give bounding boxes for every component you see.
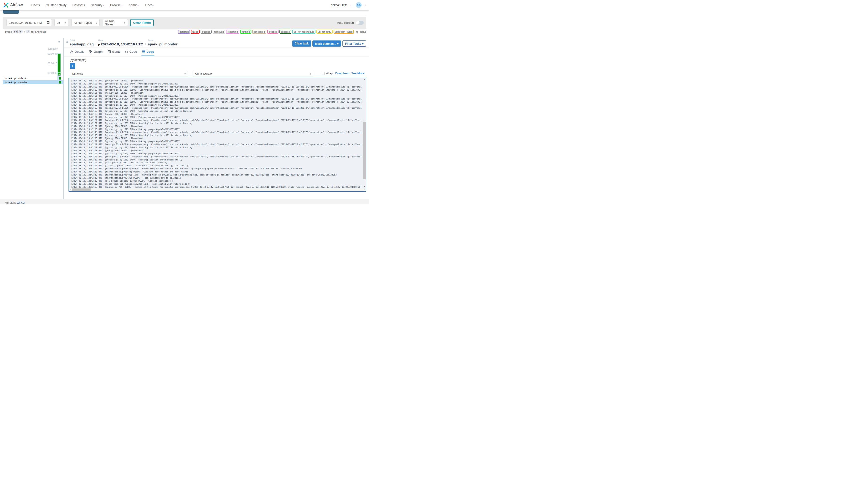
breadcrumb-task: Task spark_pi_monitor [148, 39, 178, 46]
state-badge: queued [200, 30, 212, 34]
version-link[interactable]: v2.7.2 [17, 201, 25, 204]
task-row-spark-pi-submit[interactable]: spark_pi_submit [3, 76, 63, 80]
state-badge: success [279, 30, 291, 34]
wrap-label: Wrap [326, 72, 333, 75]
horizontal-scrollbar[interactable]: ◄ ► [69, 188, 366, 191]
utc-clock[interactable]: 13:52 UTC [331, 3, 347, 7]
caret-down-icon: ▾ [103, 4, 104, 7]
state-badge: scheduled [252, 30, 266, 34]
tab-strip: Details Graph Gantt Code Logs [64, 48, 369, 57]
navbar: Airflow DAGsCluster ActivityDatasetsSecu… [0, 0, 369, 10]
run-states-value: All Run States [105, 20, 122, 26]
run-types-value: All Run Types [74, 21, 92, 25]
duration-tick: 00:00:00 [48, 71, 57, 74]
sidebar-separator [3, 76, 63, 76]
chevron-down-icon: ∨ [96, 22, 97, 24]
tab-gantt[interactable]: Gantt [107, 48, 120, 56]
see-more-link[interactable]: See More [351, 72, 365, 75]
vertical-scroll-thumb[interactable] [363, 122, 366, 179]
task-state-square[interactable] [59, 81, 61, 84]
nav-menu-item[interactable]: Docs▾ [145, 3, 154, 7]
clear-task-button[interactable]: Clear task [292, 40, 311, 46]
auto-refresh-control: Auto-refresh [337, 19, 364, 26]
log-line: [2024-03-18, 13:42:53 UTC] {pyspark_pi.p… [71, 158, 362, 161]
vertical-scrollbar[interactable]: ▲ ▼ [363, 78, 366, 188]
collapse-sidebar-icon[interactable]: « [58, 39, 60, 44]
tab-label: Graph [94, 50, 103, 54]
run-duration-bar[interactable] [58, 54, 61, 72]
expand-panel-icon[interactable]: » [66, 39, 68, 44]
nav-menu-item[interactable]: Browse▾ [110, 3, 123, 7]
tab-details[interactable]: Details [70, 48, 85, 56]
log-line: [2024-03-18, 13:42:33 UTC] {pyspark_pi.p… [71, 103, 362, 106]
auto-refresh-toggle[interactable] [356, 21, 364, 25]
clear-filters-button[interactable]: Clear Filters [130, 19, 154, 26]
state-badge: running [240, 30, 251, 34]
scroll-left-icon[interactable]: ◄ [69, 188, 72, 191]
page-size-select[interactable]: 25 ∨ [54, 19, 68, 26]
log-levels-value: All Levels [72, 72, 83, 75]
log-line: [2024-03-18, 13:42:43 UTC] {job.py:216} … [71, 137, 362, 140]
scroll-right-icon[interactable]: ► [363, 188, 366, 191]
chevron-down-icon: ∨ [184, 73, 186, 75]
caret-down-icon: ▾ [122, 4, 123, 7]
nav-menu-item[interactable]: Security▾ [91, 3, 104, 7]
tab-code[interactable]: Code [124, 48, 137, 56]
airflow-logo[interactable]: Airflow [3, 2, 23, 8]
nav-menu-item[interactable]: DAGs [31, 3, 40, 7]
attempt-1-button[interactable]: 1 [70, 63, 75, 69]
log-line: [2024-03-18, 13:42:38 UTC] {pyspark_pi.p… [71, 122, 362, 125]
wrap-control[interactable]: Wrap [322, 72, 333, 75]
tab-label: Logs [147, 50, 154, 54]
log-levels-select[interactable]: All Levels ∨ [70, 71, 188, 76]
log-line: [2024-03-18, 13:42:28 UTC] {pyspark_pi.p… [71, 95, 362, 98]
date-filter-input[interactable]: 03/18/2024, 01:52:47 PM [6, 19, 52, 26]
scroll-up-icon[interactable]: ▲ [363, 78, 366, 81]
nav-menu-item[interactable]: Cluster Activity [46, 3, 67, 7]
nav-menu-item[interactable]: Admin▾ [128, 3, 140, 7]
caret-down-icon: ▾ [362, 42, 364, 45]
log-line: [2024-03-18, 13:42:48 UTC] {pyspark_pi.p… [71, 140, 362, 143]
state-badge: removed [213, 30, 225, 34]
manual-run-indicator[interactable]: ▶ [58, 73, 61, 75]
caret-down-icon: ▾ [138, 4, 140, 7]
nav-menu-item[interactable]: Datasets [72, 3, 85, 7]
avatar[interactable]: AA [356, 2, 362, 8]
dag-label: DAG [70, 39, 94, 42]
slash-key: / [26, 30, 30, 33]
wrap-checkbox[interactable] [322, 72, 324, 75]
panel-divider[interactable] [63, 38, 64, 199]
state-badge: upstream_failed [334, 30, 354, 34]
log-line: [2024-03-18, 13:42:53 UTC] {pyspark_pi.p… [71, 152, 362, 155]
file-sources-select[interactable]: All File Sources ∨ [193, 71, 313, 76]
filter-tasks-button[interactable]: Filter Tasks ▾ [342, 40, 366, 46]
scrolled-button-partial[interactable] [3, 10, 19, 14]
log-line: [2024-03-18, 13:42:33 UTC] {job.py:216} … [71, 113, 362, 116]
run-states-select[interactable]: All Run States ∨ [103, 19, 128, 26]
tab-logs[interactable]: Logs [142, 48, 154, 56]
download-link[interactable]: Download [335, 72, 349, 75]
log-line: [2024-03-18, 13:42:53 UTC] {base.py:287}… [71, 161, 362, 164]
run-types-select[interactable]: All Run Types ∨ [71, 19, 100, 26]
log-line: [2024-03-18, 13:42:53 UTC] {local_task_j… [71, 183, 362, 186]
log-line: [2024-03-18, 13:42:33 UTC] {pyspark_pi.p… [71, 109, 362, 113]
tab-graph[interactable]: Graph [89, 48, 103, 56]
nav-menu: DAGsCluster ActivityDatasetsSecurity▾Bro… [31, 3, 154, 7]
task-row-spark-pi-monitor[interactable]: spark_pi_monitor [3, 80, 63, 84]
breadcrumb: DAG sparkapp_dag / Run ▶2024-03-18, 13:4… [70, 39, 178, 46]
dag-name-link[interactable]: sparkapp_dag [70, 42, 94, 46]
scroll-down-icon[interactable]: ▼ [363, 185, 366, 188]
task-name-link[interactable]: spark_pi_monitor [148, 42, 178, 46]
horizontal-scroll-thumb[interactable] [72, 188, 91, 191]
task-name: spark_pi_submit [5, 77, 59, 80]
log-line: [2024-03-18, 13:42:48 UTC] {job.py:216} … [71, 149, 362, 152]
task-state-square[interactable] [59, 77, 61, 79]
log-line: [2024-03-18, 13:42:28 UTC] {pyspark_pi.p… [71, 100, 362, 103]
mark-state-button[interactable]: Mark state as... ▾ [312, 40, 341, 46]
run-link[interactable]: ▶2024-03-18, 13:42:16 UTC [98, 42, 143, 46]
log-line: [2024-03-18, 13:42:53 UTC] {taskinstance… [71, 167, 362, 170]
logs-icon [142, 50, 145, 54]
log-output[interactable]: [2024-03-18, 13:42:23 UTC] {job.py:216} … [68, 77, 366, 192]
log-line: [2024-03-18, 13:42:53 UTC] {dagrun.py:73… [71, 186, 362, 188]
airflow-page: Airflow DAGsCluster ActivityDatasetsSecu… [0, 0, 369, 204]
